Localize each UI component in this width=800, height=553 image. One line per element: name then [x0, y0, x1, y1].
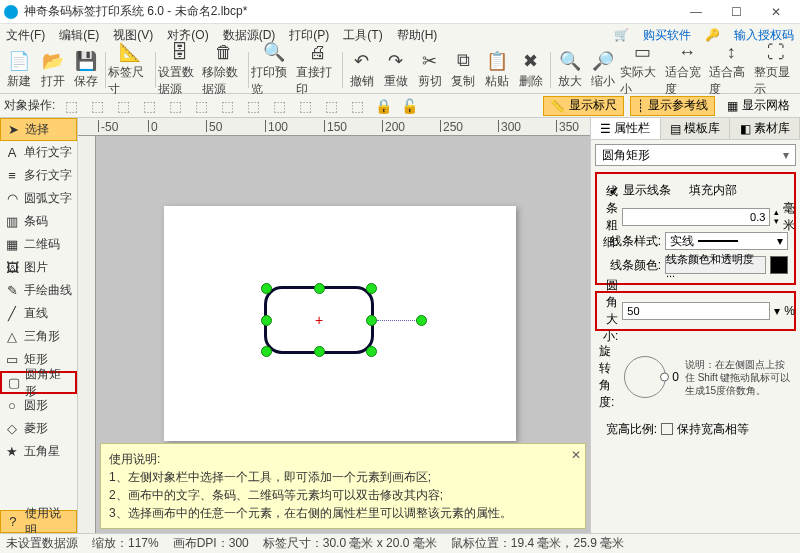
save-button[interactable]: 💾保存 [70, 48, 104, 92]
resize-handle-n[interactable] [314, 283, 325, 294]
align-bottom-icon[interactable]: ⬚ [191, 97, 211, 115]
tool-image[interactable]: 🖼图片 [0, 256, 77, 279]
fit-width-button[interactable]: ↔适合宽度 [665, 48, 709, 92]
key-icon: 🔑 [705, 28, 720, 42]
mm-unit: 毫米 [783, 200, 795, 234]
status-zoom: 缩放：117% [92, 535, 159, 552]
line-properties-group: ✔显示线条 填充内部 线条粗细: ▴▾ 毫米 线条样式: 实线 ▾ [595, 172, 796, 285]
tool-qrcode[interactable]: ▦二维码 [0, 233, 77, 256]
shape-type-dropdown[interactable]: 圆角矩形▾ [595, 144, 796, 166]
tool-select[interactable]: ➤选择 [0, 118, 77, 141]
rotation-dial[interactable] [624, 356, 666, 398]
radius-input[interactable] [622, 302, 770, 320]
resize-handle-sw[interactable] [261, 346, 272, 357]
linewidth-input[interactable] [622, 208, 770, 226]
color-swatch[interactable] [770, 256, 788, 274]
align-right-icon[interactable]: ⬚ [113, 97, 133, 115]
toggle-ruler[interactable]: 📏显示标尺 [543, 96, 624, 116]
fill-inner-checkbox[interactable]: 填充内部 [685, 182, 737, 199]
tool-ellipse[interactable]: ○圆形 [0, 394, 77, 417]
chevron-down-icon[interactable]: ▾ [774, 304, 780, 318]
align-middle-icon[interactable]: ⬚ [165, 97, 185, 115]
paste-button[interactable]: 📋粘贴 [480, 48, 514, 92]
unlock-icon[interactable]: 🔓 [399, 97, 419, 115]
tab-materials[interactable]: ◧素材库 [730, 118, 800, 139]
copy-icon: ⧉ [451, 50, 475, 72]
tool-line[interactable]: ╱直线 [0, 302, 77, 325]
delete-icon: ✖ [519, 50, 543, 72]
delete-button[interactable]: ✖删除 [514, 48, 548, 92]
labelsize-button[interactable]: 📐标签尺寸 [108, 48, 152, 92]
minimize-button[interactable]: — [676, 0, 716, 24]
resize-handle-s[interactable] [314, 346, 325, 357]
resize-handle-nw[interactable] [261, 283, 272, 294]
cut-button[interactable]: ✂剪切 [413, 48, 447, 92]
tool-freehand[interactable]: ✎手绘曲线 [0, 279, 77, 302]
print-preview-button[interactable]: 🔍打印预览 [251, 48, 295, 92]
spinner-icon[interactable]: ▴▾ [774, 208, 779, 226]
new-button[interactable]: 📄新建 [2, 48, 36, 92]
pct-unit: % [784, 304, 795, 318]
align-top-icon[interactable]: ⬚ [139, 97, 159, 115]
dist-v-icon[interactable]: ⬚ [243, 97, 263, 115]
tab-templates[interactable]: ▤模板库 [661, 118, 731, 139]
keep-aspect-checkbox[interactable]: 保持宽高相等 [661, 421, 749, 438]
image-icon: 🖼 [4, 260, 20, 276]
line-icon: ╱ [4, 306, 20, 322]
maximize-button[interactable]: ☐ [716, 0, 756, 24]
resize-handle-e[interactable] [366, 315, 377, 326]
align-center-icon[interactable]: ⬚ [87, 97, 107, 115]
toggle-grid[interactable]: ▦显示网格 [721, 96, 796, 116]
set-datasource-button[interactable]: 🗄设置数据源 [158, 48, 202, 92]
close-button[interactable]: ✕ [756, 0, 796, 24]
print-button[interactable]: 🖨直接打印 [296, 48, 340, 92]
tool-triangle[interactable]: △三角形 [0, 325, 77, 348]
labelsize-icon: 📐 [118, 41, 142, 63]
send-back-icon[interactable]: ⬚ [295, 97, 315, 115]
tool-text[interactable]: A单行文字 [0, 141, 77, 164]
actual-size-button[interactable]: ▭实际大小 [620, 48, 664, 92]
align-left-icon[interactable]: ⬚ [61, 97, 81, 115]
toggle-guides[interactable]: ┊显示参考线 [630, 96, 715, 116]
tool-roundrect[interactable]: ▢圆角矩形 [0, 371, 77, 394]
tool-rhombus[interactable]: ◇菱形 [0, 417, 77, 440]
usage-button[interactable]: ?使用说明 [0, 510, 77, 533]
group-icon[interactable]: ⬚ [321, 97, 341, 115]
linestyle-select[interactable]: 实线 ▾ [665, 232, 788, 250]
help-close-icon[interactable]: ✕ [571, 446, 581, 464]
resize-handle-ne[interactable] [366, 283, 377, 294]
tab-properties[interactable]: ☰属性栏 [591, 118, 661, 139]
lock-icon[interactable]: 🔒 [373, 97, 393, 115]
full-icon: ⛶ [764, 42, 788, 63]
zoom-in-button[interactable]: 🔍放大 [553, 48, 587, 92]
resize-handle-w[interactable] [261, 315, 272, 326]
remove-datasource-button[interactable]: 🗑移除数据源 [202, 48, 246, 92]
ungroup-icon[interactable]: ⬚ [347, 97, 367, 115]
tool-multitext[interactable]: ≡多行文字 [0, 164, 77, 187]
open-button[interactable]: 📂打开 [36, 48, 70, 92]
object-toolbar: 对象操作: ⬚ ⬚ ⬚ ⬚ ⬚ ⬚ ⬚ ⬚ ⬚ ⬚ ⬚ ⬚ 🔒 🔓 📏显示标尺 … [0, 94, 800, 118]
redo-button[interactable]: ↷重做 [379, 48, 413, 92]
canvas[interactable]: + ✕ 使用说明: 1、左侧对象栏中选择一个工具，即可添加一个元素到画布区; 2… [96, 136, 590, 533]
label-page: + [164, 206, 516, 441]
status-datasource: 未设置数据源 [6, 535, 78, 552]
resize-handle-se[interactable] [366, 346, 377, 357]
rotation-line [377, 320, 419, 321]
line-color-button[interactable]: 线条颜色和透明度 ... [665, 256, 766, 274]
dist-h-icon[interactable]: ⬚ [217, 97, 237, 115]
zoom-out-button[interactable]: 🔎缩小 [586, 48, 620, 92]
tool-barcode[interactable]: ▥条码 [0, 210, 77, 233]
rotation-handle[interactable] [416, 315, 427, 326]
bring-front-icon[interactable]: ⬚ [269, 97, 289, 115]
menu-help[interactable]: 帮助(H) [397, 27, 438, 44]
menu-tools[interactable]: 工具(T) [343, 27, 382, 44]
tool-star[interactable]: ★五角星 [0, 440, 77, 463]
fit-height-button[interactable]: ↕适合高度 [709, 48, 753, 92]
full-page-button[interactable]: ⛶整页显示 [754, 48, 798, 92]
selected-roundrect-shape[interactable]: + [264, 286, 374, 354]
menu-edit[interactable]: 编辑(E) [59, 27, 99, 44]
undo-button[interactable]: ↶撤销 [345, 48, 379, 92]
menu-file[interactable]: 文件(F) [6, 27, 45, 44]
tool-arctext[interactable]: ◠圆弧文字 [0, 187, 77, 210]
copy-button[interactable]: ⧉复制 [446, 48, 480, 92]
